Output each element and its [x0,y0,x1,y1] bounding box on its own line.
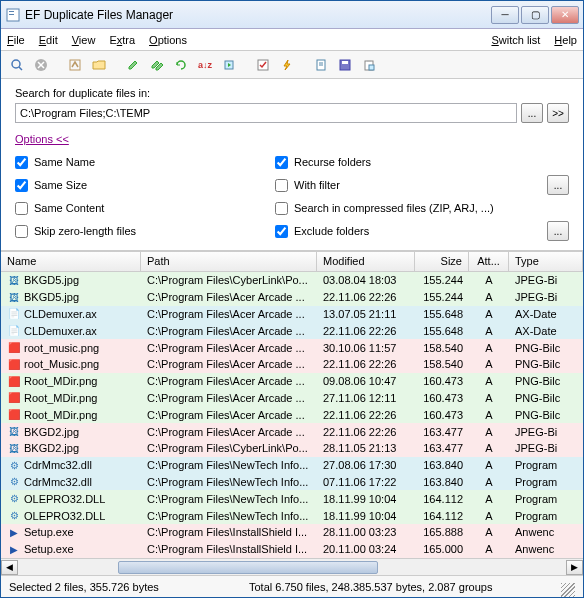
opt-same-name[interactable]: Same Name [15,153,245,171]
cell-att: A [469,291,509,303]
cell-modified: 27.11.06 12:11 [317,392,415,404]
file-icon: ⚙ [7,492,21,506]
menu-switch-list[interactable]: Switch list [491,34,540,46]
close-button[interactable]: ✕ [551,6,579,24]
table-row[interactable]: ⚙OLEPRO32.DLLC:\Program Files\NewTech In… [1,490,583,507]
options-toggle-link[interactable]: Options << [15,133,69,145]
app-icon [5,7,21,23]
cell-name: Setup.exe [24,543,74,555]
resize-grip-icon[interactable] [561,583,575,597]
execute-icon[interactable] [219,55,239,75]
search-icon[interactable] [7,55,27,75]
bolt-icon[interactable] [277,55,297,75]
col-header-name[interactable]: Name [1,252,141,271]
cell-name: CdrMmc32.dll [24,476,92,488]
browse-button[interactable]: ... [521,103,543,123]
exclude-config-button[interactable]: ... [547,221,569,241]
svg-point-3 [12,60,20,68]
table-row[interactable]: ▶Setup.exeC:\Program Files\InstallShield… [1,541,583,558]
menu-file[interactable]: File [7,34,25,46]
checkbox-with-filter[interactable] [275,179,288,192]
file-icon: 🟥 [7,341,21,355]
opt-same-content[interactable]: Same Content [15,199,245,217]
table-row[interactable]: 🟥Root_MDir.pngC:\Program Files\Acer Arca… [1,406,583,423]
edit-all-icon[interactable] [147,55,167,75]
checkbox-compressed[interactable] [275,202,288,215]
up-icon[interactable] [65,55,85,75]
svg-rect-15 [342,61,348,64]
cell-path: C:\Program Files\CyberLink\Po... [141,274,317,286]
checkbox-same-content[interactable] [15,202,28,215]
table-row[interactable]: ⚙CdrMmc32.dllC:\Program Files\NewTech In… [1,457,583,474]
scrollbar-thumb[interactable] [118,561,378,574]
cell-size: 155.244 [415,291,469,303]
cell-type: Anwenc [509,526,583,538]
table-row[interactable]: 📄CLDemuxer.axC:\Program Files\Acer Arcad… [1,322,583,339]
menu-options[interactable]: Options [149,34,187,46]
checkbox-skip-zero[interactable] [15,225,28,238]
menu-help[interactable]: Help [554,34,577,46]
file-icon: ▶ [7,525,21,539]
cell-path: C:\Program Files\Acer Arcade ... [141,325,317,337]
table-row[interactable]: 🖼BKGD5.jpgC:\Program Files\Acer Arcade .… [1,289,583,306]
scroll-left-icon[interactable]: ◀ [1,560,18,575]
cell-size: 163.477 [415,442,469,454]
col-header-att[interactable]: Att... [469,252,509,271]
filter-config-button[interactable]: ... [547,175,569,195]
opt-recurse[interactable]: Recurse folders [275,153,569,171]
table-row[interactable]: ⚙OLEPRO32.DLLC:\Program Files\NewTech In… [1,507,583,524]
table-row[interactable]: ▶Setup.exeC:\Program Files\InstallShield… [1,524,583,541]
opt-compressed[interactable]: Search in compressed files (ZIP, ARJ, ..… [275,199,569,217]
search-panel: Search for duplicate files in: ... >> Op… [1,79,583,251]
opt-same-size[interactable]: Same Size [15,176,245,194]
search-path-input[interactable] [15,103,517,123]
cell-path: C:\Program Files\Acer Arcade ... [141,308,317,320]
maximize-button[interactable]: ▢ [521,6,549,24]
file-icon: 🖼 [7,441,21,455]
minimize-button[interactable]: ─ [491,6,519,24]
cell-size: 163.840 [415,476,469,488]
menu-extra[interactable]: Extra [109,34,135,46]
horizontal-scrollbar[interactable]: ◀ ▶ [1,558,583,575]
edit-icon[interactable] [123,55,143,75]
col-header-modified[interactable]: Modified [317,252,415,271]
checkbox-same-size[interactable] [15,179,28,192]
opt-skip-zero[interactable]: Skip zero-length files [15,222,245,240]
cell-size: 165.888 [415,526,469,538]
folder-icon[interactable] [89,55,109,75]
table-row[interactable]: 🖼BKGD2.jpgC:\Program Files\CyberLink\Po.… [1,440,583,457]
col-header-size[interactable]: Size [415,252,469,271]
table-row[interactable]: 🟥root_music.pngC:\Program Files\Acer Arc… [1,339,583,356]
file-icon: 🟥 [7,391,21,405]
col-header-type[interactable]: Type [509,252,583,271]
sort-alpha-icon[interactable]: a↓z [195,55,215,75]
menu-view[interactable]: View [72,34,96,46]
table-row[interactable]: 🖼BKGD5.jpgC:\Program Files\CyberLink\Po.… [1,272,583,289]
check-icon[interactable] [253,55,273,75]
table-row[interactable]: 🟥root_Music.pngC:\Program Files\Acer Arc… [1,356,583,373]
stop-icon[interactable] [31,55,51,75]
col-header-path[interactable]: Path [141,252,317,271]
cell-att: A [469,308,509,320]
checkbox-same-name[interactable] [15,156,28,169]
clipboard-icon[interactable] [359,55,379,75]
svg-rect-17 [367,60,371,62]
checkbox-recurse[interactable] [275,156,288,169]
cell-size: 160.473 [415,375,469,387]
document-icon[interactable] [311,55,331,75]
table-row[interactable]: 🟥Root_MDir.pngC:\Program Files\Acer Arca… [1,373,583,390]
scroll-right-icon[interactable]: ▶ [566,560,583,575]
checkbox-exclude[interactable] [275,225,288,238]
table-row[interactable]: 🟥Root_MDir.pngC:\Program Files\Acer Arca… [1,390,583,407]
refresh-icon[interactable] [171,55,191,75]
table-row[interactable]: 📄CLDemuxer.axC:\Program Files\Acer Arcad… [1,306,583,323]
list-header: Name Path Modified Size Att... Type [1,252,583,272]
expand-button[interactable]: >> [547,103,569,123]
cell-name: OLEPRO32.DLL [24,493,105,505]
file-icon: 🟥 [7,374,21,388]
save-icon[interactable] [335,55,355,75]
table-row[interactable]: ⚙CdrMmc32.dllC:\Program Files\NewTech In… [1,474,583,491]
menu-edit[interactable]: Edit [39,34,58,46]
table-row[interactable]: 🖼BKGD2.jpgC:\Program Files\Acer Arcade .… [1,423,583,440]
cell-att: A [469,358,509,370]
